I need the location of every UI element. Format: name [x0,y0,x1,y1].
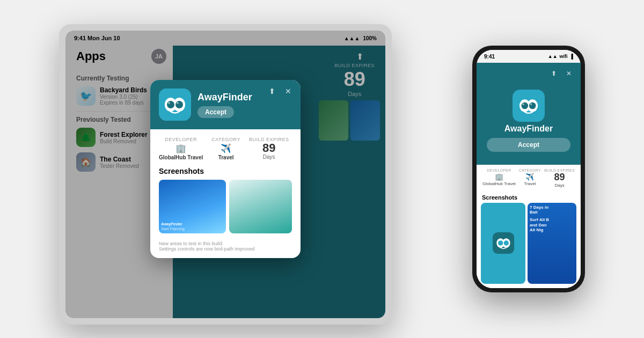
footer-text: New areas to test in this build: [159,241,292,246]
phone-build-expires-number: 89 [544,172,575,183]
phone-share-button[interactable]: ⬆ [548,68,559,79]
scene: 9:41 Mon Jun 10 ▲▲▲ 100% Apps JA Current… [27,13,617,325]
developer-label: DEVELOPER [159,137,203,142]
phone-wifi-icon: wifi [560,54,568,59]
phone-ss2-text: 7 Days in Bali Surf All B and Dan All Ni… [530,205,549,233]
screenshots-label: Screenshots [159,167,292,175]
svg-point-4 [167,101,174,108]
modal-icons-row: ⬆ ✕ [266,85,294,97]
category-label: CATEGORY [211,137,240,142]
phone-developer-value: GlobalHub Travel [482,181,516,186]
screenshot-1: AwayFinder Start Planning [159,180,226,233]
screenshot-2 [229,180,292,233]
svg-point-20 [498,241,503,246]
phone-developer-icon: 🏢 [482,173,516,181]
phone-signal-icon: ▲▲ [548,54,558,59]
svg-point-21 [503,241,508,246]
svg-point-13 [529,102,536,109]
footer-sub: Settings controls are now bird-path impr… [159,246,292,252]
phone-app-title: AwayFinder [477,124,581,134]
tablet: 9:41 Mon Jun 10 ▲▲▲ 100% Apps JA Current… [59,24,392,325]
build-expires-unit: Days [249,154,289,160]
category-icon: ✈️ [211,143,240,153]
screenshots-row: AwayFinder Start Planning [159,180,292,233]
phone-app-icon [513,90,545,122]
accept-button[interactable]: Accept [197,106,234,118]
svg-point-12 [522,102,529,109]
phone-category-value: Travel [519,181,541,186]
category-value: Travel [211,155,240,160]
phone-awayfinder-logo-icon [514,91,543,120]
build-expires-meta: BUILD EXPIRES 89 Days [249,137,289,160]
phone-modal-header: ⬆ ✕ [477,63,581,165]
phone-screenshot-2: 7 Days in Bali Surf All B and Dan All Ni… [528,203,576,284]
svg-point-15 [530,104,532,106]
phone-screenshots-label: Screenshots [477,191,581,203]
phone-meta-row: DEVELOPER 🏢 GlobalHub Travel CATEGORY ✈️… [477,165,581,191]
developer-value: GlobalHub Travel [159,155,203,160]
tablet-screen: 9:41 Mon Jun 10 ▲▲▲ 100% Apps JA Current… [65,31,385,318]
phone-category-meta: CATEGORY ✈️ Travel [519,168,541,188]
phone-screenshots-row: 7 Days in Bali Surf All B and Dan All Ni… [477,203,581,288]
share-button[interactable]: ⬆ [266,85,278,97]
svg-point-14 [522,104,524,106]
developer-meta: DEVELOPER 🏢 GlobalHub Travel [159,137,203,160]
modal-footer: New areas to test in this build: Setting… [150,241,301,258]
modal-body: DEVELOPER 🏢 GlobalHub Travel CATEGORY ✈️… [150,129,301,241]
phone-accept-button[interactable]: Accept [487,138,570,152]
modal-meta-row: DEVELOPER 🏢 GlobalHub Travel CATEGORY ✈️… [159,137,292,160]
phone-modal-toolbar: ⬆ ✕ [477,63,581,84]
phone-statusbar: 9:41 ▲▲ wifi ▐ [477,50,581,63]
phone-time: 9:41 [484,54,495,60]
phone-category-icon: ✈️ [519,173,541,181]
phone-screen: 9:41 ▲▲ wifi ▐ ⬆ ✕ [477,50,581,288]
svg-point-6 [168,102,170,104]
phone-developer-meta: DEVELOPER 🏢 GlobalHub Travel [482,168,516,188]
svg-point-7 [177,102,179,104]
phone-close-button[interactable]: ✕ [564,68,574,79]
phone-category-label: CATEGORY [519,168,541,172]
modal-app-title: AwayFinder [197,92,252,103]
phone-developer-label: DEVELOPER [482,168,516,172]
category-meta: CATEGORY ✈️ Travel [211,137,240,160]
modal-overlay: AwayFinder Accept ⬆ ✕ DEVELOPER [65,31,385,318]
build-expires-number: 89 [249,142,289,154]
phone-build-expires-unit: Days [544,183,575,188]
modal: AwayFinder Accept ⬆ ✕ DEVELOPER [150,80,301,258]
modal-header: AwayFinder Accept ⬆ ✕ [150,80,301,129]
phone-modal-icons: ⬆ ✕ [548,68,574,79]
modal-app-info: AwayFinder Accept [197,92,252,118]
phone-screenshot-1 [481,203,525,284]
phone-battery-icon: ▐ [570,54,573,59]
modal-app-icon [159,89,191,121]
svg-point-5 [175,101,183,108]
phone-ss1-logo-icon [493,232,514,254]
phone-build-expires-meta: BUILD EXPIRES 89 Days [544,168,575,188]
phone: 9:41 ▲▲ wifi ▐ ⬆ ✕ [472,46,585,292]
developer-icon: 🏢 [159,143,203,153]
awayfinder-logo-icon [159,89,191,121]
close-button[interactable]: ✕ [282,85,294,97]
